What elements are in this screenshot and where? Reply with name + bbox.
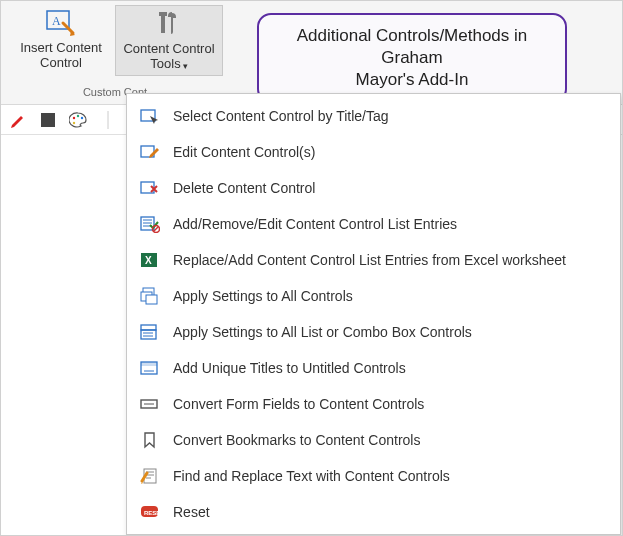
- svg-text:A: A: [52, 14, 61, 28]
- excel-icon: X: [139, 249, 161, 271]
- menu-item-excel[interactable]: X Replace/Add Content Control List Entri…: [127, 242, 620, 278]
- insert-cc-label-1: Insert Content: [20, 40, 102, 55]
- menu-item-label: Apply Settings to All List or Combo Box …: [173, 324, 472, 340]
- menu-item-label: Convert Form Fields to Content Controls: [173, 396, 424, 412]
- svg-rect-3: [159, 12, 167, 16]
- menu-item-list-entries[interactable]: Add/Remove/Edit Content Control List Ent…: [127, 206, 620, 242]
- square-icon[interactable]: [39, 111, 57, 129]
- menu-item-label: Reset: [173, 504, 210, 520]
- apply-all-icon: [139, 285, 161, 307]
- menu-item-label: Edit Content Control(s): [173, 144, 315, 160]
- svg-point-8: [73, 121, 75, 123]
- menu-item-apply-list[interactable]: Apply Settings to All List or Combo Box …: [127, 314, 620, 350]
- tools-label-2: Tools▾: [150, 56, 187, 73]
- svg-rect-21: [141, 325, 156, 330]
- find-replace-icon: [139, 465, 161, 487]
- menu-item-edit-cc[interactable]: Edit Content Control(s): [127, 134, 620, 170]
- reset-icon: RESET: [139, 501, 161, 523]
- svg-rect-22: [141, 330, 156, 339]
- menu-item-convert-form[interactable]: Convert Form Fields to Content Controls: [127, 386, 620, 422]
- convert-form-icon: [139, 393, 161, 415]
- svg-point-6: [77, 114, 79, 116]
- menu-item-label: Apply Settings to All Controls: [173, 288, 353, 304]
- svg-point-5: [73, 116, 75, 118]
- svg-point-7: [81, 116, 83, 118]
- svg-text:X: X: [145, 255, 152, 266]
- menu-item-label: Select Content Control by Title/Tag: [173, 108, 389, 124]
- palette-icon[interactable]: [69, 111, 87, 129]
- callout-line2: Mayor's Add-In: [356, 70, 469, 89]
- menu-item-label: Add/Remove/Edit Content Control List Ent…: [173, 216, 457, 232]
- ribbon-group-custom-controls: A Insert Content Control Content Cont: [7, 5, 223, 101]
- insert-content-control-button[interactable]: A Insert Content Control: [7, 5, 115, 76]
- menu-item-reset[interactable]: RESET Reset: [127, 494, 620, 530]
- menu-item-label: Find and Replace Text with Content Contr…: [173, 468, 450, 484]
- insert-cc-label-2: Control: [40, 55, 82, 70]
- tools-icon: [152, 8, 186, 40]
- divider: [99, 111, 117, 129]
- svg-rect-20: [146, 295, 157, 304]
- chevron-down-icon: ▾: [183, 61, 188, 71]
- menu-item-label: Replace/Add Content Control List Entries…: [173, 252, 566, 268]
- menu-item-label: Delete Content Control: [173, 180, 315, 196]
- content-control-tools-menu: Select Content Control by Title/Tag Edit…: [126, 93, 621, 535]
- menu-item-delete-cc[interactable]: Delete Content Control: [127, 170, 620, 206]
- svg-rect-4: [41, 113, 55, 127]
- menu-item-convert-bookmarks[interactable]: Convert Bookmarks to Content Controls: [127, 422, 620, 458]
- select-cc-icon: [139, 105, 161, 127]
- insert-cc-icon: A: [44, 7, 78, 39]
- tools-label-1: Content Control: [123, 41, 214, 56]
- menu-item-apply-all[interactable]: Apply Settings to All Controls: [127, 278, 620, 314]
- menu-item-titles[interactable]: Add Unique Titles to Untitled Controls: [127, 350, 620, 386]
- callout-line1: Additional Controls/Methods in Graham: [297, 26, 528, 67]
- svg-text:RESET: RESET: [144, 510, 160, 516]
- bookmark-icon: [139, 429, 161, 451]
- svg-rect-24: [141, 362, 157, 366]
- edit-cc-icon: [139, 141, 161, 163]
- titles-icon: [139, 357, 161, 379]
- apply-list-icon: [139, 321, 161, 343]
- list-edit-icon: [139, 213, 161, 235]
- menu-item-label: Add Unique Titles to Untitled Controls: [173, 360, 406, 376]
- menu-item-select-cc[interactable]: Select Content Control by Title/Tag: [127, 98, 620, 134]
- annotation-callout: Additional Controls/Methods in Graham Ma…: [257, 13, 567, 103]
- menu-item-label: Convert Bookmarks to Content Controls: [173, 432, 420, 448]
- content-control-tools-button[interactable]: Content Control Tools▾: [115, 5, 223, 76]
- pen-icon[interactable]: [9, 111, 27, 129]
- menu-item-find-replace[interactable]: Find and Replace Text with Content Contr…: [127, 458, 620, 494]
- delete-cc-icon: [139, 177, 161, 199]
